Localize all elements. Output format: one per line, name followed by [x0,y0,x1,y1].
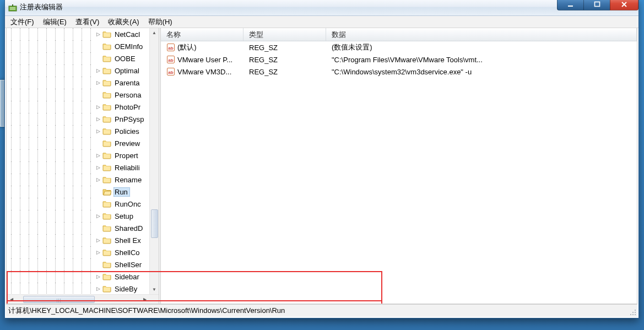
tree-pane: ▷NetCaclOEMInfoOOBE▷Optimal▷ParentaPerso… [7,28,159,304]
tree-horizontal-scrollbar[interactable]: ◀ ▶ [7,294,159,304]
expander-icon[interactable]: ▷ [95,67,101,74]
expander-icon[interactable] [95,43,101,50]
scroll-left[interactable]: ◀ [7,295,16,304]
tree-item[interactable]: ▷Sidebar [7,271,149,283]
tree-item[interactable]: ▷Setup [7,210,149,222]
maximize-button[interactable] [583,0,610,10]
svg-text:ab: ab [168,58,173,63]
tree-item-label: RunOnc [113,199,143,209]
expander-icon[interactable]: ▷ [95,79,101,86]
value-name: (默认) [177,42,197,52]
tree-item[interactable]: ▷Rename [7,174,149,186]
tree-item[interactable]: ▷Policies [7,125,149,137]
tree-item[interactable]: ▷Propert [7,149,149,161]
tree-vertical-scrollbar[interactable]: ▲ ▼ [149,28,159,294]
expander-icon[interactable] [95,55,101,62]
list-body[interactable]: ab(默认)REG_SZ(数值未设置)abVMware User P...REG… [161,41,637,304]
folder-icon [102,79,111,86]
list-row[interactable]: abVMware User P...REG_SZ"C:\Program File… [161,53,637,66]
svg-point-14 [635,312,636,313]
scroll-right[interactable]: ▶ [140,295,149,304]
tree-item[interactable]: ▷NetCacl [7,28,149,40]
tree-item[interactable]: ▷Optimal [7,64,149,77]
folder-icon [102,261,111,268]
folder-icon [102,139,111,147]
expander-icon[interactable]: ▷ [95,273,101,280]
svg-rect-4 [568,6,573,7]
svg-text:ab: ab [168,46,173,51]
tree-item[interactable]: ▷Shell Ex [7,234,149,246]
expander-icon[interactable]: ▷ [95,104,101,110]
expander-icon[interactable]: ▷ [95,285,101,292]
menu-view[interactable]: 查看(V) [71,16,104,28]
folder-icon [102,273,111,280]
menu-edit[interactable]: 编辑(E) [39,16,71,28]
column-name[interactable]: 名称 [161,28,243,41]
expander-icon[interactable] [95,261,101,268]
folder-icon [102,248,111,256]
tree-item[interactable]: ▷Reliabili [7,161,149,174]
scroll-thumb[interactable] [23,296,95,303]
tree-item-label: Preview [113,139,142,148]
expander-icon[interactable]: ▷ [95,164,101,171]
folder-icon [102,67,111,74]
expander-icon[interactable]: ▷ [95,152,101,159]
close-button[interactable] [610,0,638,10]
expander-icon[interactable] [95,91,101,98]
content: ▷NetCaclOEMInfoOOBE▷Optimal▷ParentaPerso… [6,28,637,304]
regedit-window: 注册表编辑器 文件(F) 编辑(E) 查看(V) 收藏夹(A) 帮助(H) ▷N… [4,0,639,318]
tree-item[interactable]: SharedD [7,222,149,234]
tree-item[interactable]: OOBE [7,52,149,64]
minimize-button[interactable] [557,0,583,10]
expander-icon[interactable]: ▷ [95,237,101,244]
tree-item[interactable]: ShellSer [7,258,149,271]
scroll-thumb[interactable] [151,209,158,238]
expander-icon[interactable] [95,201,101,207]
folder-icon [102,55,111,62]
tree-list[interactable]: ▷NetCaclOEMInfoOOBE▷Optimal▷ParentaPerso… [7,28,149,294]
folder-icon [102,91,111,99]
tree-item[interactable]: ▷PhotoPr [7,101,149,113]
expander-icon[interactable]: ▷ [95,31,101,37]
expander-icon[interactable]: ▷ [95,128,101,134]
reg-string-icon: ab [166,67,175,76]
menu-help[interactable]: 帮助(H) [144,16,177,28]
menu-favorites[interactable]: 收藏夹(A) [104,16,143,28]
tree-item[interactable]: ▷Parenta [7,77,149,89]
scroll-down[interactable]: ▼ [150,285,159,294]
expander-icon[interactable]: ▷ [95,116,101,122]
tree-item[interactable]: ▷ShellCo [7,246,149,258]
scroll-corner [149,295,159,304]
tree-item-label: Persona [113,90,143,100]
folder-icon [102,152,111,159]
tree-item-label: Reliabili [113,163,142,172]
expander-icon[interactable] [95,188,101,195]
tree-item[interactable]: OEMInfo [7,40,149,52]
list-row[interactable]: abVMware VM3D...REG_SZ"C:\Windows\system… [161,66,637,78]
tree-item[interactable]: Persona [7,89,149,101]
statusbar: 计算机\HKEY_LOCAL_MACHINE\SOFTWARE\Microsof… [6,304,637,317]
folder-icon [102,103,111,111]
expander-icon[interactable]: ▷ [95,249,101,256]
tree-item[interactable]: Preview [7,137,149,149]
tree-item-label: OOBE [113,54,138,63]
menu-file[interactable]: 文件(F) [6,16,39,28]
tree-item[interactable]: ▷PnPSysp [7,113,149,125]
list-row[interactable]: ab(默认)REG_SZ(数值未设置) [161,41,637,53]
tree-item[interactable]: Run [7,186,149,198]
expander-icon[interactable] [95,225,101,231]
list-pane: 名称 类型 数据 ab(默认)REG_SZ(数值未设置)abVMware Use… [161,28,637,304]
tree-item[interactable]: RunOnc [7,198,149,210]
expander-icon[interactable]: ▷ [95,213,101,219]
expander-icon[interactable] [95,140,101,147]
folder-icon [102,224,111,232]
titlebar[interactable]: 注册表编辑器 [5,0,638,16]
scroll-up[interactable]: ▲ [150,28,159,37]
expander-icon[interactable]: ▷ [95,176,101,183]
column-type[interactable]: 类型 [243,28,326,41]
resize-grip-icon[interactable] [629,308,636,316]
svg-point-13 [632,312,634,313]
tree-item[interactable]: ▷SideBy [7,283,149,294]
svg-rect-0 [9,6,17,11]
column-data[interactable]: 数据 [326,28,637,41]
